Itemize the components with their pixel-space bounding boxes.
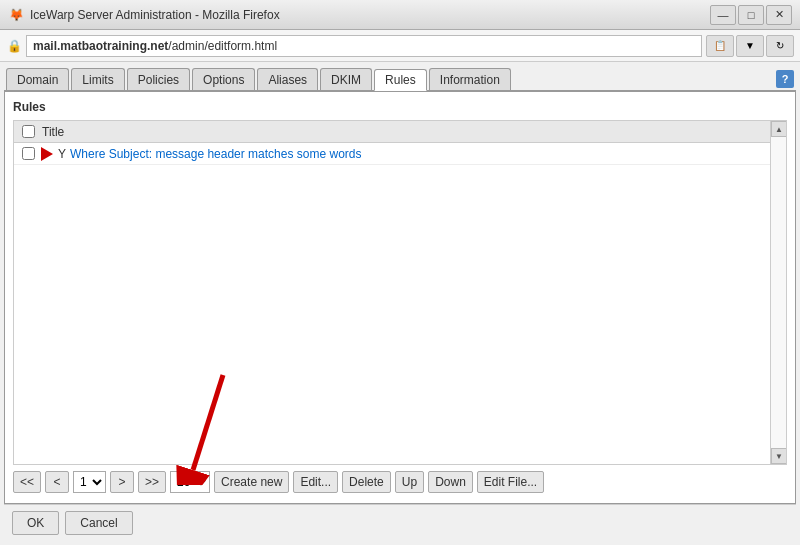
- tab-dkim[interactable]: DKIM: [320, 68, 372, 90]
- tab-domain[interactable]: Domain: [6, 68, 69, 90]
- close-button[interactable]: ✕: [766, 5, 792, 25]
- maximize-button[interactable]: □: [738, 5, 764, 25]
- table-body: Y Where Subject: message header matches …: [14, 143, 786, 464]
- titlebar: 🦊 IceWarp Server Administration - Mozill…: [0, 0, 800, 30]
- rules-panel: Rules Title Y: [4, 91, 796, 504]
- window-controls: — □ ✕: [710, 5, 792, 25]
- browser-icon: 🦊: [8, 7, 24, 23]
- per-page-select[interactable]: 20: [170, 471, 210, 493]
- down-button[interactable]: Down: [428, 471, 473, 493]
- scroll-up-button[interactable]: ▲: [771, 121, 787, 137]
- row-checkbox-cell: [18, 147, 38, 160]
- panel-title: Rules: [13, 100, 787, 114]
- cancel-button[interactable]: Cancel: [65, 511, 132, 535]
- delete-button[interactable]: Delete: [342, 471, 391, 493]
- tab-policies[interactable]: Policies: [127, 68, 190, 90]
- footer: OK Cancel: [4, 504, 796, 541]
- rules-table: Title Y Where Subject: message header ma…: [13, 120, 787, 465]
- table-row[interactable]: Y Where Subject: message header matches …: [14, 143, 786, 165]
- url-domain: mail.matbaotraining.net: [33, 39, 168, 53]
- tab-information[interactable]: Information: [429, 68, 511, 90]
- address-field[interactable]: mail.matbaotraining.net/admin/editform.h…: [26, 35, 702, 57]
- page-select[interactable]: 1: [73, 471, 106, 493]
- ok-button[interactable]: OK: [12, 511, 59, 535]
- help-button[interactable]: ?: [776, 70, 794, 88]
- tab-options[interactable]: Options: [192, 68, 255, 90]
- tab-bar: Domain Limits Policies Options Aliases D…: [4, 66, 796, 91]
- row-flag: Y: [58, 147, 66, 161]
- up-button[interactable]: Up: [395, 471, 424, 493]
- menu-button[interactable]: ▼: [736, 35, 764, 57]
- edit-file-button[interactable]: Edit File...: [477, 471, 544, 493]
- main-container: Domain Limits Policies Options Aliases D…: [0, 62, 800, 545]
- table-header: Title: [14, 121, 786, 143]
- tab-aliases[interactable]: Aliases: [257, 68, 318, 90]
- tab-limits[interactable]: Limits: [71, 68, 124, 90]
- last-page-button[interactable]: >>: [138, 471, 166, 493]
- bottom-controls: << < 1 > >> 20 Create new Edit... Delete…: [13, 465, 787, 495]
- select-all-checkbox[interactable]: [22, 125, 35, 138]
- first-page-button[interactable]: <<: [13, 471, 41, 493]
- minimize-button[interactable]: —: [710, 5, 736, 25]
- window-title: IceWarp Server Administration - Mozilla …: [30, 8, 710, 22]
- address-buttons: 📋 ▼ ↻: [706, 35, 794, 57]
- address-bar: 🔒 mail.matbaotraining.net/admin/editform…: [0, 30, 800, 62]
- create-new-button[interactable]: Create new: [214, 471, 289, 493]
- scroll-down-button[interactable]: ▼: [771, 448, 787, 464]
- url-path: /admin/editform.html: [168, 39, 277, 53]
- next-page-button[interactable]: >: [110, 471, 134, 493]
- bookmark-button[interactable]: 📋: [706, 35, 734, 57]
- edit-button[interactable]: Edit...: [293, 471, 338, 493]
- tab-rules[interactable]: Rules: [374, 69, 427, 91]
- row-checkbox[interactable]: [22, 147, 35, 160]
- table-scrollbar[interactable]: ▲ ▼: [770, 121, 786, 464]
- rule-title-link[interactable]: Where Subject: message header matches so…: [70, 147, 361, 161]
- controls-container: << < 1 > >> 20 Create new Edit... Delete…: [13, 465, 787, 495]
- title-column-header: Title: [38, 125, 68, 139]
- header-checkbox-cell: [18, 125, 38, 138]
- scroll-track[interactable]: [771, 137, 786, 448]
- refresh-button[interactable]: ↻: [766, 35, 794, 57]
- prev-page-button[interactable]: <: [45, 471, 69, 493]
- arrow-icon: [38, 147, 56, 161]
- lock-icon: 🔒: [6, 38, 22, 54]
